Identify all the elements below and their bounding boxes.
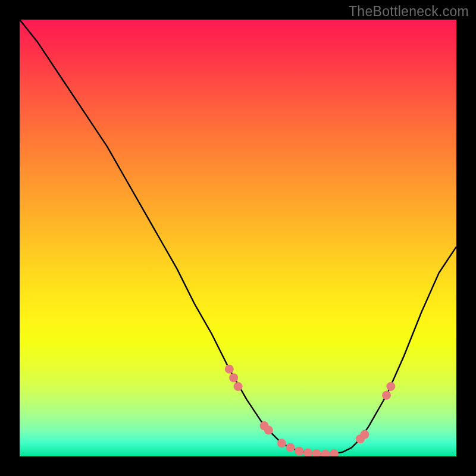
marker-dot (234, 382, 243, 391)
marker-dot (303, 449, 312, 456)
marker-dot (330, 449, 339, 456)
chart-frame: TheBottleneck.com (0, 0, 476, 476)
chart-svg (20, 20, 456, 456)
marker-dot (321, 450, 330, 456)
marker-dot (229, 373, 238, 382)
marker-dot (386, 382, 395, 391)
marker-dot (277, 439, 286, 447)
marker-dot (264, 425, 273, 434)
marker-dot (295, 447, 303, 456)
marker-dots (225, 365, 396, 456)
marker-dot (312, 449, 321, 456)
marker-dot (382, 391, 391, 400)
marker-dot (225, 365, 234, 374)
marker-dot (286, 443, 295, 452)
marker-dot (360, 430, 369, 439)
watermark-text: TheBottleneck.com (349, 4, 469, 20)
